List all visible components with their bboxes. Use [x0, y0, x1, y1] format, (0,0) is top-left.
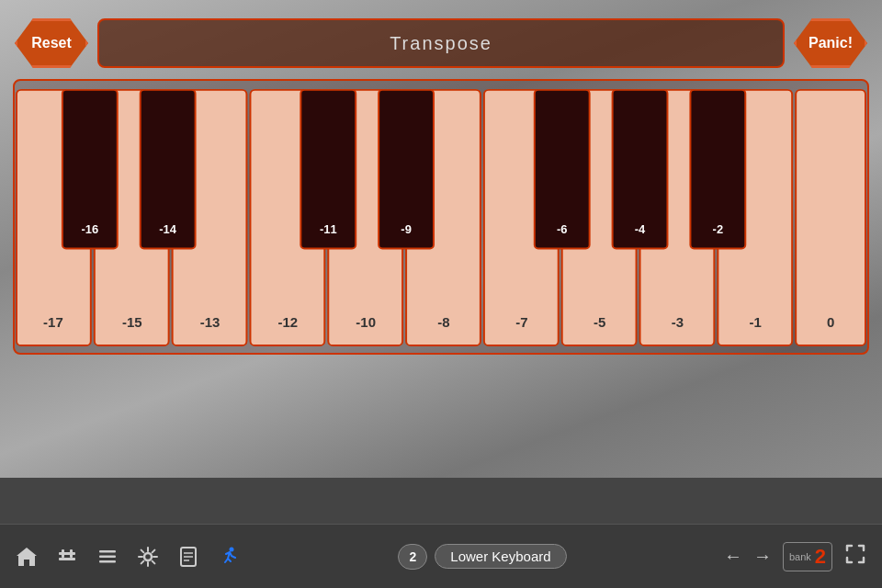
keyboard-label: Lower Keyboard: [435, 544, 566, 569]
bank-number: 2: [815, 545, 826, 569]
keyboard-area: -17 -15 -13 -12 -10 -8 -7 -5 -3: [13, 79, 869, 355]
list-icon: [96, 545, 119, 569]
black-key-label--9: -9: [401, 222, 412, 236]
nav-bar: 2 Lower Keyboard ← → bank 2: [0, 524, 882, 588]
black-key-label--6: -6: [557, 222, 568, 236]
fullscreen-icon: [843, 542, 867, 566]
home-button[interactable]: [15, 545, 39, 569]
white-key-label--10: -10: [356, 315, 376, 330]
reset-button[interactable]: Reset: [15, 18, 88, 68]
svg-rect-6: [99, 560, 116, 563]
run-button[interactable]: [217, 545, 241, 569]
tools-icon: [55, 545, 79, 569]
nav-left-group: [15, 545, 241, 569]
svg-rect-2: [62, 549, 64, 558]
white-key-label--7: -7: [515, 315, 527, 330]
piano-svg: -17 -15 -13 -12 -10 -8 -7 -5 -3: [15, 81, 867, 353]
page-number[interactable]: 2: [398, 544, 427, 570]
black-key-label--14: -14: [159, 222, 177, 236]
white-key-label--17: -17: [43, 315, 63, 330]
home-icon: [15, 545, 39, 569]
svg-rect-1: [59, 558, 75, 560]
bank-label: bank: [789, 551, 811, 562]
white-key-label--12: -12: [278, 315, 299, 330]
white-key-0[interactable]: [796, 90, 865, 345]
svg-rect-4: [99, 550, 116, 553]
top-bar: Reset Transpose Panic!: [0, 7, 882, 79]
white-key-label--15: -15: [122, 315, 142, 330]
next-button[interactable]: →: [753, 546, 772, 567]
black-key-label--11: -11: [320, 222, 337, 236]
white-key-label--8: -8: [437, 315, 449, 330]
white-key-label--5: -5: [594, 315, 605, 330]
notes-button[interactable]: [176, 545, 200, 569]
white-key-label--3: -3: [672, 315, 684, 330]
svg-point-12: [230, 547, 234, 551]
list-button[interactable]: [96, 545, 119, 569]
black-key-label--16: -16: [81, 222, 98, 236]
settings-button[interactable]: [136, 545, 160, 569]
settings-icon: [136, 545, 160, 569]
fullscreen-button[interactable]: [843, 542, 867, 571]
nav-center-group: 2 Lower Keyboard: [398, 544, 566, 570]
bank-badge: bank 2: [783, 542, 832, 571]
run-icon: [217, 545, 241, 569]
notes-icon: [176, 545, 200, 569]
black-key-label--4: -4: [635, 222, 646, 236]
transpose-display: Transpose: [97, 18, 785, 68]
white-key-label--1: -1: [750, 315, 762, 330]
tools-button[interactable]: [55, 545, 79, 569]
svg-rect-5: [99, 555, 116, 558]
svg-point-7: [144, 553, 152, 560]
nav-right-group: ← → bank 2: [724, 542, 867, 571]
white-key-label--13: -13: [200, 315, 220, 330]
prev-button[interactable]: ←: [724, 546, 742, 567]
black-key-label--2: -2: [713, 222, 724, 236]
white-key-label-0: 0: [827, 315, 834, 330]
svg-rect-0: [59, 552, 75, 555]
svg-rect-3: [70, 549, 73, 558]
panic-button[interactable]: Panic!: [794, 18, 867, 68]
